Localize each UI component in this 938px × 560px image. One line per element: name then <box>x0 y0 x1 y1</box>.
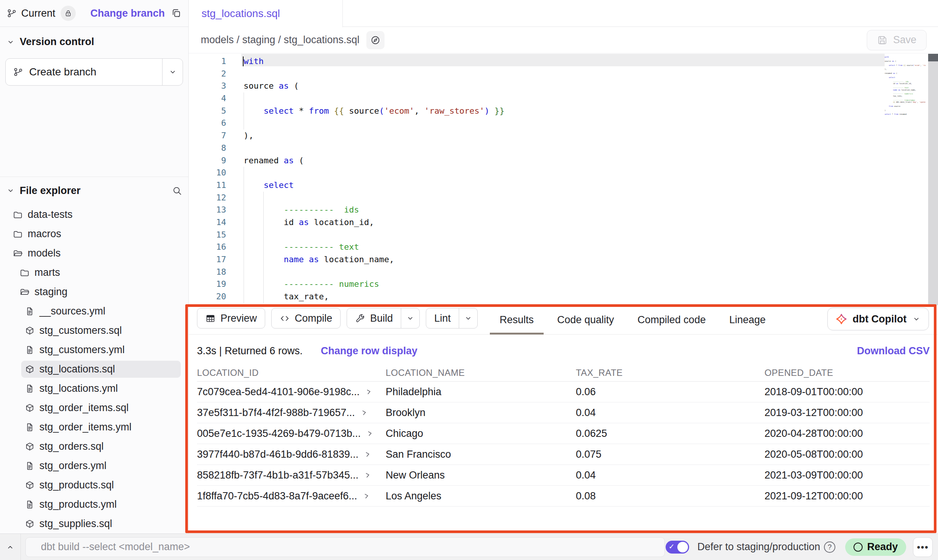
change-branch-link[interactable]: Change branch <box>90 8 165 19</box>
tree-item-stg-products-sql[interactable]: stg_products.sql <box>0 476 188 495</box>
view-lineage-button[interactable] <box>366 31 385 49</box>
table-row[interactable]: 37e5f311-b7f4-4f2f-988b-719657...Brookly… <box>197 402 930 423</box>
model-icon <box>25 326 34 335</box>
tab-stg-locations-sql[interactable]: stg_locations.sql <box>189 0 343 27</box>
line-number: 1 <box>189 55 226 68</box>
search-icon[interactable] <box>172 186 182 196</box>
expand-row-chevron-icon[interactable] <box>363 493 370 499</box>
chevron-down-icon <box>912 314 921 324</box>
tree-item-label: stg_orders.sql <box>39 441 104 452</box>
ready-status-badge[interactable]: Ready <box>845 538 906 556</box>
folder-open-icon <box>13 249 23 258</box>
expand-row-chevron-icon[interactable] <box>364 472 371 479</box>
line-number: 19 <box>189 278 226 291</box>
tree-item-staging[interactable]: staging <box>0 282 188 302</box>
line-number: 12 <box>189 192 226 204</box>
create-branch-button[interactable]: Create branch <box>5 58 183 86</box>
tree-item-stg-orders-sql[interactable]: stg_orders.sql <box>0 437 188 456</box>
create-branch-main[interactable]: Create branch <box>6 59 162 85</box>
folder-open-icon <box>20 287 30 297</box>
panel-tab-lineage[interactable]: Lineage <box>729 305 766 335</box>
code-line-7: ), <box>244 130 505 142</box>
tree-item-stg-supplies-sql[interactable]: stg_supplies.sql <box>0 514 188 533</box>
table-row[interactable]: 7c079cea-5ed4-4101-906e-9198c...Philadel… <box>197 382 930 402</box>
code-line-1: with <box>244 55 505 68</box>
panel-tab-code-quality[interactable]: Code quality <box>557 305 615 335</box>
line-number: 8 <box>189 142 226 155</box>
expand-row-chevron-icon[interactable] <box>361 409 367 416</box>
expand-row-chevron-icon[interactable] <box>364 451 371 458</box>
tree-item--sources-yml[interactable]: __sources.yml <box>0 302 188 321</box>
table-icon <box>205 313 216 324</box>
table-row[interactable]: 1f8ffa70-7cb5-4d83-8a7f-9aceef6...Los An… <box>197 486 930 507</box>
table-row[interactable]: 858218fb-73f7-4b1b-a31f-57b345...New Orl… <box>197 465 930 486</box>
tree-item-label: stg_orders.yml <box>39 460 106 472</box>
editor-scrollbar[interactable] <box>928 54 938 305</box>
dbt-copilot-button[interactable]: dbt Copilot <box>827 308 929 330</box>
tree-item-stg-orders-yml[interactable]: stg_orders.yml <box>0 456 188 476</box>
model-icon <box>25 403 34 413</box>
code-icon <box>280 313 290 324</box>
tree-item-label: models <box>28 247 61 259</box>
lint-dropdown[interactable] <box>459 308 477 328</box>
expand-row-chevron-icon[interactable] <box>365 388 372 395</box>
tree-item-label: stg_locations.yml <box>39 383 118 394</box>
scrollbar-thumb[interactable] <box>928 54 938 61</box>
action-label: Preview <box>220 313 257 324</box>
action-label: Lint <box>434 313 451 324</box>
build-button[interactable]: Build <box>347 308 420 328</box>
status-circle-icon <box>854 543 863 552</box>
results-table: LOCATION_IDLOCATION_NAMETAX_RATEOPENED_D… <box>197 364 930 507</box>
editor-minimap[interactable]: with source as ( select * from {{ source… <box>885 56 925 116</box>
compile-button[interactable]: Compile <box>271 308 341 328</box>
cell-tax_rate: 0.06 <box>576 386 764 398</box>
help-icon[interactable]: ? <box>824 541 835 553</box>
lint-button[interactable]: Lint <box>426 308 478 328</box>
dbt-command-input[interactable]: dbt build --select <model_name> <box>25 537 665 557</box>
table-row[interactable]: 3977f440-b87d-461b-9dd6-81839...San Fran… <box>197 444 930 465</box>
defer-toggle[interactable]: ✓ <box>666 541 689 554</box>
tree-item-label: stg_supplies.sql <box>39 518 112 530</box>
expand-command-bar-button[interactable] <box>0 534 20 560</box>
more-options-button[interactable]: ••• <box>913 537 933 557</box>
tree-item-stg-customers-sql[interactable]: stg_customers.sql <box>0 321 188 340</box>
panel-tab-compiled-code[interactable]: Compiled code <box>637 305 707 335</box>
tree-item-stg-order-items-sql[interactable]: stg_order_items.sql <box>0 398 188 418</box>
code-line-3: source as ( <box>244 80 505 92</box>
build-dropdown[interactable] <box>401 308 419 328</box>
compass-icon <box>370 35 381 45</box>
file-tree: data-testsmacrosmodelsmartsstaging__sour… <box>0 205 188 533</box>
tree-item-stg-order-items-yml[interactable]: stg_order_items.yml <box>0 418 188 437</box>
table-row[interactable]: 005e7e1c-1935-4269-b479-0713b...Chicago0… <box>197 423 930 444</box>
tree-item-stg-products-yml[interactable]: stg_products.yml <box>0 495 188 514</box>
download-csv-link[interactable]: Download CSV <box>857 345 930 357</box>
cell-location_name: Los Angeles <box>386 490 576 502</box>
line-number: 20 <box>189 291 226 303</box>
create-branch-dropdown[interactable] <box>162 59 183 85</box>
file-explorer-section: File explorer data-testsmacrosmodelsmart… <box>0 177 188 533</box>
panel-tab-results[interactable]: Results <box>499 305 535 335</box>
tree-item-stg-locations-sql[interactable]: stg_locations.sql <box>0 360 188 379</box>
code-line-17: name as location_name, <box>244 253 505 266</box>
tree-item-data-tests[interactable]: data-tests <box>0 205 188 224</box>
line-number: 15 <box>189 229 226 241</box>
file-explorer-header[interactable]: File explorer <box>0 179 188 202</box>
action-label: Build <box>370 313 393 324</box>
tree-item-marts[interactable]: marts <box>0 263 188 282</box>
tree-item-macros[interactable]: macros <box>0 224 188 244</box>
save-button[interactable]: Save <box>867 30 927 50</box>
tree-item-label: stg_products.sql <box>39 479 114 491</box>
change-row-display-link[interactable]: Change row display <box>321 345 417 357</box>
expand-row-chevron-icon[interactable] <box>366 430 373 437</box>
tree-item-models[interactable]: models <box>0 244 188 263</box>
cell-location_id: 7c079cea-5ed4-4101-906e-9198c... <box>197 386 386 398</box>
tree-item-stg-locations-yml[interactable]: stg_locations.yml <box>0 379 188 398</box>
tree-item-stg-customers-yml[interactable]: stg_customers.yml <box>0 340 188 360</box>
copy-branch-icon[interactable] <box>171 8 181 19</box>
cell-location_id: 858218fb-73f7-4b1b-a31f-57b345... <box>197 469 386 481</box>
version-control-header[interactable]: Version control <box>0 36 188 48</box>
cell-location_name: Chicago <box>386 428 576 440</box>
ready-label: Ready <box>867 541 898 553</box>
preview-button[interactable]: Preview <box>197 308 265 328</box>
code-editor[interactable]: 1234567891011121314151617181920 withsour… <box>189 54 938 305</box>
